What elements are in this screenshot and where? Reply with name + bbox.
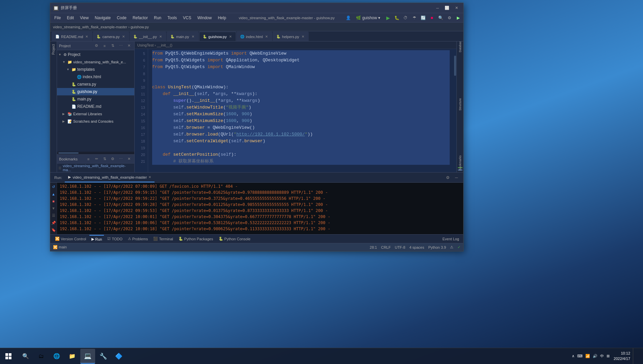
menu-navigate[interactable]: Navigate [92,14,113,21]
guishow-close[interactable]: ✕ [228,35,232,38]
tree-item-project[interactable]: ▼ ⚙ Project [57,51,134,58]
tab-helpers[interactable]: 🐍 helpers.py ✕ [273,32,309,41]
taskbar-clock[interactable]: 10:12 2022/4/17 [614,351,633,361]
tree-item-readme[interactable]: ▶ 📄 README.md [57,103,134,110]
tab-todo[interactable]: ☑ TODO [105,235,124,243]
blsb-down-icon[interactable]: ▼ [51,206,57,211]
taskbar-explorer[interactable]: 📁 [65,349,80,364]
menu-run[interactable]: Run [151,14,164,21]
rs-database-icon[interactable]: Database [457,43,463,49]
tab-run[interactable]: ▶ Run [89,235,104,243]
code-area[interactable]: 5 6 7 8 9 10 11 12 13 14 15 16 17 18 19 … [135,49,456,172]
settings-button[interactable]: ⚙ [446,14,453,22]
blsb-pin-icon[interactable]: 📌 [51,220,57,225]
taskbar-task-view[interactable]: 🗂 [34,349,49,364]
tab-version-control[interactable]: 🔀 Version Control [53,235,88,243]
restore-button[interactable]: ⬜ [443,5,451,11]
vcs-button[interactable]: 🔄 [419,14,427,22]
readme-close[interactable]: ✕ [85,35,89,38]
search-button[interactable]: 🔍 [437,14,444,22]
tree-item-camera[interactable]: ▶ 🐍 camera.py [57,81,134,88]
tab-init[interactable]: 🐍 __init__.py ✕ [130,32,166,41]
tab-index[interactable]: 🌐 index.html ✕ [236,32,272,41]
run-tab-close[interactable]: ✕ [148,175,151,179]
bookmarks-close-icon[interactable]: ✕ [125,156,132,162]
project-close-icon[interactable]: ✕ [125,42,132,49]
menu-edit[interactable]: Edit [64,14,77,21]
show-desktop-button[interactable] [633,348,643,364]
tray-apps-icon[interactable]: ⊞ [607,354,610,358]
bookmarks-item[interactable]: ☰ video_streaming_with_flask_example-ma.… [58,164,133,172]
coverage-button[interactable]: ☂ [411,14,418,22]
tray-volume-icon[interactable]: 🔊 [593,354,597,358]
tab-main[interactable]: 🐍 main.py ✕ [167,32,199,41]
camera-close[interactable]: ✕ [121,35,125,38]
taskbar-edge[interactable]: 🌐 [49,349,64,364]
project-scrollbar[interactable] [57,152,134,154]
stop-button[interactable]: ■ [428,14,436,22]
helpers-close[interactable]: ✕ [301,35,305,38]
index-close[interactable]: ✕ [264,35,269,38]
bookmarks-edit-icon[interactable]: ✏ [93,156,100,162]
menu-help[interactable]: Help [215,14,229,21]
bottom-minimize-icon[interactable]: ─ [452,174,460,182]
debug-button[interactable]: 🐛 [393,14,400,22]
blsb-restart-icon[interactable]: ↺ [51,184,57,190]
bottom-settings-icon[interactable]: ⚙ [444,174,452,182]
taskbar-app1[interactable]: 🔧 [96,349,111,364]
tab-problems[interactable]: ⚠ Problems [126,235,150,243]
menu-file[interactable]: File [52,14,63,21]
blsb-up-icon[interactable]: ▲ [51,191,57,197]
tree-item-templates[interactable]: ▼ 📁 templates [57,66,134,73]
tab-python-console[interactable]: 🐍 Python Console [217,235,253,243]
menu-window[interactable]: Window [195,14,215,21]
blsb-stop-icon[interactable]: ■ [51,199,57,204]
tray-lang-icon[interactable]: 中 [600,354,604,359]
rs-bookmarks-icon[interactable]: Bookmarks [457,160,463,166]
tree-item-root-folder[interactable]: ▼ 📁 video_streaming_with_flask_e... [57,58,134,66]
bookmarks-more-icon[interactable]: ⋯ [117,156,124,162]
tree-item-scratches[interactable]: ▶ 📝 Scratches and Consoles [57,118,134,125]
event-log-label[interactable]: Event Log [441,237,460,241]
code-content[interactable]: from PyQt5.QtWebEngineWidgets import QWe… [148,49,454,172]
close-button[interactable]: ✕ [452,5,460,11]
tab-terminal[interactable]: ⬛ Terminal [151,235,175,243]
rs-structure-icon[interactable]: Structure [457,101,463,108]
tray-up-arrow[interactable]: ∧ [572,354,575,358]
tree-item-guishow[interactable]: ▶ 🐍 guishow.py [57,88,134,95]
expand-button[interactable]: ▶ [454,14,462,22]
taskbar-pycharm[interactable]: 💻 [80,349,95,364]
menu-view[interactable]: View [77,14,91,21]
tab-guishow[interactable]: 🐍 guishow.py ✕ [199,32,236,41]
menu-tools[interactable]: Tools [165,14,179,21]
bookmarks-align-icon[interactable]: ≡ [85,156,92,162]
branch-selector[interactable]: 🌿 guishow ▾ [353,14,383,21]
tray-network-icon[interactable]: 📶 [585,354,590,358]
start-button[interactable] [0,348,17,364]
tree-item-mainpy[interactable]: ▶ 🐍 main.py [57,95,134,103]
init-close[interactable]: ✕ [159,35,163,38]
minimize-button[interactable]: ─ [434,5,442,11]
run-tab[interactable]: ▶ video_streaming_with_flask_example-mas… [65,173,155,182]
bookmarks-settings-icon[interactable]: ⚙ [109,156,116,162]
profile-button[interactable]: ⏱ [402,14,409,22]
project-settings-icon[interactable]: ⚙ [93,42,100,49]
run-button[interactable]: ▶ [384,14,392,22]
project-align-icon[interactable]: ≡ [101,42,108,49]
main-close[interactable]: ✕ [191,35,195,38]
blsb-list-icon[interactable]: ☰ [51,213,57,218]
tab-readme[interactable]: 📄 README.md ✕ [52,32,92,41]
editor-scrollbar[interactable] [454,49,456,172]
project-more-icon[interactable]: ⋯ [117,42,124,49]
tab-python-packages[interactable]: 🐍 Python Packages [176,235,215,243]
bookmarks-sort-icon[interactable]: ⇅ [101,156,108,162]
project-sidebar-tab[interactable]: Project [51,43,56,56]
project-sort-icon[interactable]: ⇅ [109,42,116,49]
blsb-bookmark-icon[interactable]: 🔖 [51,227,57,233]
tab-camera[interactable]: 🐍 camera.py ✕ [93,32,129,41]
menu-code[interactable]: Code [114,14,129,21]
taskbar-search[interactable]: 🔍 [18,349,33,364]
tree-item-index[interactable]: ▶ 🌐 index.html [57,73,134,81]
user-icon[interactable]: 👤 [344,14,352,22]
menu-refactor[interactable]: Refactor [130,14,150,21]
